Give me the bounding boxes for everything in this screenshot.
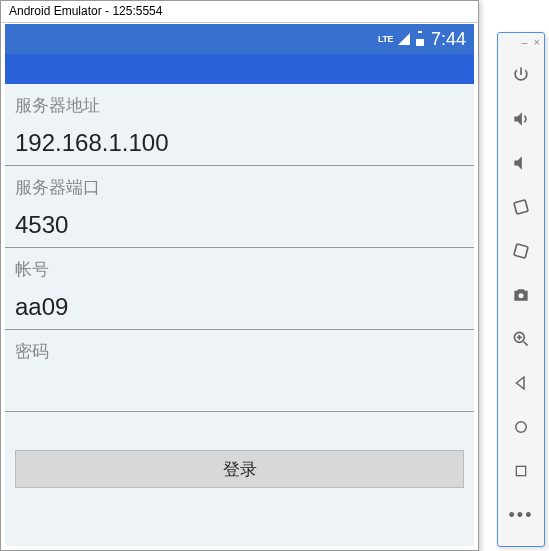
rotate-right-icon[interactable] xyxy=(509,239,533,263)
svg-rect-11 xyxy=(516,466,525,475)
battery-icon xyxy=(415,31,425,47)
account-label: 帐号 xyxy=(5,248,474,287)
close-button[interactable]: × xyxy=(534,37,540,47)
server-port-label: 服务器端口 xyxy=(5,166,474,205)
server-address-input[interactable] xyxy=(5,123,474,166)
more-icon[interactable]: ••• xyxy=(509,503,533,527)
login-form: 服务器地址 服务器端口 帐号 密码 登录 xyxy=(5,84,474,498)
window-titlebar[interactable]: Android Emulator - 125:5554 xyxy=(1,1,478,23)
back-icon[interactable] xyxy=(509,371,533,395)
toolbar-items: ••• xyxy=(498,51,544,527)
svg-rect-0 xyxy=(418,31,422,33)
overview-icon[interactable] xyxy=(509,459,533,483)
signal-icon xyxy=(397,32,411,46)
toolbar-window-controls: – × xyxy=(498,33,544,51)
home-icon[interactable] xyxy=(509,415,533,439)
lte-indicator: LTE xyxy=(378,34,393,44)
android-screen: LTE 7:44 服务器地址 服务器端口 帐号 密码 登录 xyxy=(5,24,474,546)
server-address-label: 服务器地址 xyxy=(5,84,474,123)
svg-rect-3 xyxy=(514,200,528,214)
svg-rect-2 xyxy=(416,33,424,39)
svg-point-5 xyxy=(519,293,524,298)
app-bar xyxy=(5,54,474,84)
power-icon[interactable] xyxy=(509,63,533,87)
svg-rect-4 xyxy=(514,244,528,258)
login-button[interactable]: 登录 xyxy=(15,450,464,488)
rotate-left-icon[interactable] xyxy=(509,195,533,219)
svg-point-10 xyxy=(516,422,527,433)
volume-up-icon[interactable] xyxy=(509,107,533,131)
server-port-input[interactable] xyxy=(5,205,474,248)
emulator-toolbar: – × ••• xyxy=(497,32,545,547)
volume-down-icon[interactable] xyxy=(509,151,533,175)
svg-line-7 xyxy=(524,342,528,346)
status-clock: 7:44 xyxy=(431,29,466,50)
emulator-window: Android Emulator - 125:5554 LTE 7:44 服务器… xyxy=(0,0,479,551)
zoom-icon[interactable] xyxy=(509,327,533,351)
camera-icon[interactable] xyxy=(509,283,533,307)
password-label: 密码 xyxy=(5,330,474,369)
window-title: Android Emulator - 125:5554 xyxy=(9,4,162,18)
status-bar: LTE 7:44 xyxy=(5,24,474,54)
password-input[interactable] xyxy=(5,369,474,412)
minimize-button[interactable]: – xyxy=(521,37,527,47)
account-input[interactable] xyxy=(5,287,474,330)
